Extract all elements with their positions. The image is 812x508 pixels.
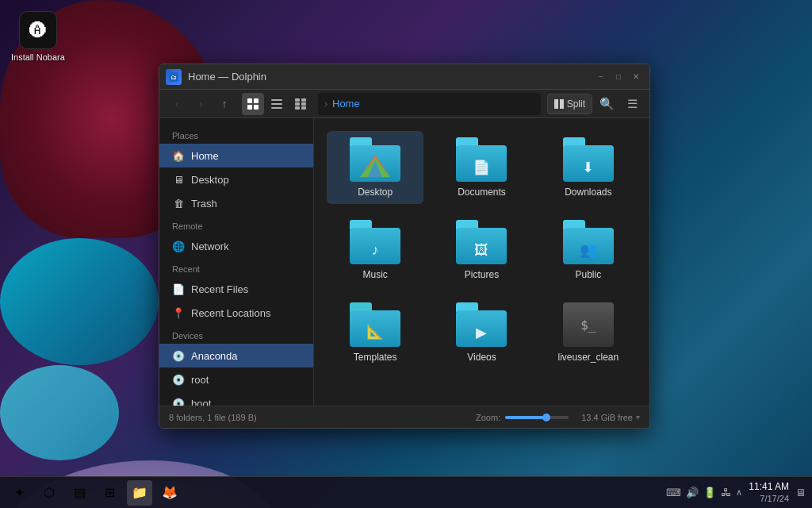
sidebar-item-network[interactable]: 🌐 Network	[159, 234, 313, 258]
sidebar-item-root-label: root	[191, 374, 209, 386]
taskbar-apps-button[interactable]: ✦	[6, 480, 32, 506]
split-button[interactable]: Split	[547, 94, 592, 114]
bg-cloud-right2	[0, 365, 119, 460]
taskbar-clock[interactable]: 11:41 AM 7/17/24	[749, 481, 789, 505]
clock-date: 7/17/24	[749, 493, 789, 504]
desktop-icon-sidebar: 🖥	[172, 173, 185, 186]
bg-cloud-right	[0, 238, 159, 365]
svg-rect-13	[295, 102, 300, 106]
taskbar-activities-button[interactable]: ⬡	[36, 480, 62, 506]
svg-text:🅐: 🅐	[29, 21, 47, 40]
terminal-icon: $_	[563, 302, 614, 347]
tray-arrow-icon[interactable]: ∧	[736, 487, 742, 498]
sidebar-item-desktop[interactable]: 🖥 Desktop	[159, 167, 313, 191]
svg-rect-16	[301, 106, 306, 110]
sidebar-item-home-label: Home	[191, 150, 219, 162]
recent-locations-icon: 📍	[172, 306, 185, 319]
install-nobara-label: Install Nobara	[11, 52, 65, 62]
titlebar: 🗂 Home — Dolphin − □ ✕	[159, 64, 649, 90]
sidebar-section-recent: Recent	[159, 258, 313, 277]
tray-battery-icon[interactable]: 🔋	[703, 487, 716, 498]
file-name-public: Public	[575, 269, 601, 280]
network-icon: 🌐	[172, 240, 185, 252]
sidebar-item-anaconda1[interactable]: 💿 Anaconda	[159, 344, 313, 368]
taskbar-tray: ⌨ 🔊 🔋 🖧 ∧	[666, 487, 742, 498]
file-name-documents: Documents	[458, 187, 506, 198]
view-details-button[interactable]	[289, 93, 312, 115]
file-item-music[interactable]: ♪ Music	[327, 214, 423, 287]
sidebar-item-trash-label: Trash	[191, 198, 217, 210]
tray-network-icon[interactable]: 🖧	[721, 487, 731, 498]
sidebar-item-recent-files[interactable]: 📄 Recent Files	[159, 277, 313, 301]
view-compact-button[interactable]	[266, 93, 288, 115]
statusbar: 8 folders, 1 file (189 B) Zoom: 13.4 GiB…	[159, 406, 649, 428]
zoom-slider[interactable]	[505, 416, 569, 419]
breadcrumb[interactable]: › Home	[318, 93, 541, 115]
file-name-desktop: Desktop	[358, 187, 393, 198]
svg-rect-7	[254, 105, 259, 110]
sidebar-item-root[interactable]: 💿 root	[159, 368, 313, 391]
window-title: Home — Dolphin	[188, 71, 266, 83]
maximize-button[interactable]: □	[611, 70, 626, 84]
folder-icon-desktop	[350, 137, 400, 182]
sidebar-item-recent-files-label: Recent Files	[191, 283, 248, 295]
file-item-videos[interactable]: ▶ Videos	[433, 296, 530, 369]
install-nobara-img: 🅐	[19, 11, 57, 49]
trash-icon: 🗑	[172, 197, 185, 210]
taskbar-grid-button[interactable]: ⊞	[97, 480, 122, 506]
search-button[interactable]: 🔍	[596, 93, 618, 115]
main-content: Places 🏠 Home 🖥 Desktop 🗑 Trash Remote 🌐	[159, 118, 649, 406]
file-name-downloads: Downloads	[565, 187, 611, 198]
svg-rect-9	[271, 103, 282, 105]
sidebar-item-boot[interactable]: 💿 boot	[159, 391, 313, 406]
breadcrumb-separator: ›	[324, 98, 327, 110]
back-button[interactable]: ‹	[166, 93, 188, 115]
zoom-control[interactable]: Zoom:	[476, 413, 569, 422]
svg-rect-5	[254, 98, 259, 103]
file-item-documents[interactable]: 📄 Documents	[433, 131, 530, 204]
folder-icon-videos: ▶	[456, 302, 507, 347]
taskbar-files-button[interactable]: ▤	[67, 480, 92, 506]
svg-rect-4	[247, 98, 252, 103]
up-button[interactable]: ↑	[213, 93, 236, 115]
file-item-liveuser-clean[interactable]: $_ liveuser_clean	[540, 296, 637, 369]
sidebar-item-trash[interactable]: 🗑 Trash	[159, 191, 313, 215]
file-item-downloads[interactable]: ⬇ Downloads	[540, 131, 637, 204]
close-button[interactable]: ✕	[629, 70, 643, 84]
svg-rect-14	[301, 102, 306, 106]
sidebar-item-desktop-label: Desktop	[191, 174, 229, 186]
file-item-public[interactable]: 👥 Public	[540, 214, 637, 287]
file-item-pictures[interactable]: 🖼 Pictures	[433, 214, 530, 287]
svg-rect-18	[560, 99, 564, 109]
menu-button[interactable]: ☰	[621, 93, 643, 115]
tray-keyboard-icon[interactable]: ⌨	[666, 487, 681, 498]
forward-button[interactable]: ›	[190, 93, 212, 115]
sidebar-item-home[interactable]: 🏠 Home	[159, 144, 313, 167]
sidebar-section-remote: Remote	[159, 215, 313, 234]
breadcrumb-home[interactable]: Home	[332, 98, 360, 110]
taskbar-firefox-button[interactable]: 🦊	[157, 480, 182, 506]
view-icons-button[interactable]	[242, 93, 264, 115]
file-item-templates[interactable]: 📐 Templates	[327, 296, 423, 369]
free-space-value: 13.4 GiB free	[581, 413, 633, 422]
sidebar-item-recent-locations[interactable]: 📍 Recent Locations	[159, 301, 313, 325]
minimize-button[interactable]: −	[594, 70, 608, 84]
folder-icon-pictures: 🖼	[456, 220, 507, 264]
svg-rect-8	[271, 99, 282, 101]
status-info: 8 folders, 1 file (189 B)	[169, 413, 257, 422]
folder-icon-templates: 📐	[350, 302, 400, 347]
file-item-desktop[interactable]: Desktop	[327, 131, 423, 204]
recent-files-icon: 📄	[172, 283, 185, 295]
file-name-liveuser-clean: liveuser_clean	[557, 352, 619, 363]
tray-volume-icon[interactable]: 🔊	[686, 487, 699, 498]
toolbar: ‹ › ↑	[159, 90, 649, 118]
svg-rect-17	[554, 99, 558, 109]
install-nobara-icon[interactable]: 🅐 Install Nobara	[8, 8, 68, 65]
free-space-chevron[interactable]: ▾	[636, 413, 640, 421]
file-name-videos: Videos	[467, 352, 496, 363]
taskbar-folder-button[interactable]: 📁	[127, 480, 152, 506]
svg-rect-6	[247, 105, 252, 110]
svg-rect-12	[301, 98, 306, 102]
sidebar-section-devices: Devices	[159, 325, 313, 344]
tray-screen-icon[interactable]: 🖥	[795, 487, 806, 498]
